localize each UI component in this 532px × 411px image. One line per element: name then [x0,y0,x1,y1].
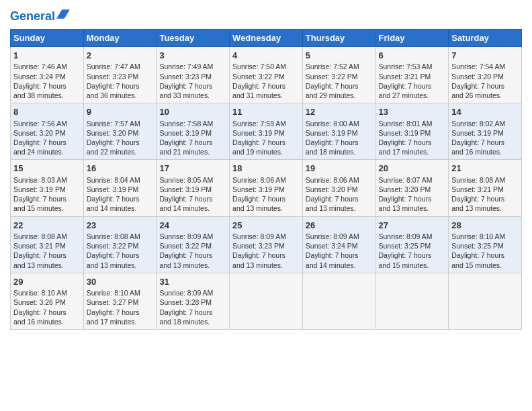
day-info: Sunrise: 7:57 AM [87,119,154,128]
day-info: Sunrise: 8:09 AM [379,232,446,241]
day-info: Sunset: 3:23 PM [232,241,300,250]
day-info: and 18 minutes. [159,317,226,326]
day-cell: 30Sunrise: 8:10 AMSunset: 3:27 PMDayligh… [83,273,157,329]
day-info: Daylight: 7 hours [159,138,226,147]
col-header-friday: Friday [375,29,449,46]
day-cell: 4Sunrise: 7:50 AMSunset: 3:22 PMDaylight… [230,46,303,103]
day-cell: 8Sunrise: 7:56 AMSunset: 3:20 PMDaylight… [11,103,84,160]
day-info: Sunrise: 7:52 AM [306,62,373,71]
day-number: 28 [451,220,519,232]
day-info: Sunset: 3:24 PM [306,241,373,250]
day-info: Sunset: 3:26 PM [13,298,81,307]
day-info: and 13 minutes. [379,203,446,213]
day-info: Daylight: 7 hours [306,81,373,91]
logo-icon [56,9,70,19]
day-info: Sunrise: 8:08 AM [13,232,81,241]
day-info: Sunrise: 8:08 AM [87,232,154,241]
day-info: and 13 minutes. [13,261,81,270]
day-info: Daylight: 7 hours [451,194,519,203]
week-row-2: 8Sunrise: 7:56 AMSunset: 3:20 PMDaylight… [11,103,522,160]
day-number: 20 [379,163,446,175]
day-number: 23 [87,220,154,232]
page: General SundayMondayTuesdayWednesdayThur… [0,0,532,411]
day-number: 25 [232,220,300,232]
day-info: Daylight: 7 hours [159,194,226,203]
day-info: Daylight: 7 hours [379,194,446,203]
day-info: and 31 minutes. [232,91,300,100]
day-number: 18 [232,163,300,175]
day-info: Sunrise: 8:06 AM [232,175,300,185]
day-info: Sunset: 3:25 PM [379,241,446,250]
day-number: 11 [232,106,300,118]
day-info: Sunset: 3:23 PM [159,72,226,81]
day-cell [375,273,449,329]
day-number: 7 [451,50,519,62]
day-info: Sunset: 3:22 PM [159,241,226,250]
day-cell: 26Sunrise: 8:09 AMSunset: 3:24 PMDayligh… [302,216,375,273]
day-info: Sunrise: 7:59 AM [232,119,300,128]
day-info: Daylight: 7 hours [13,81,81,91]
day-number: 31 [159,276,226,288]
day-info: Daylight: 7 hours [87,81,154,91]
day-info: Sunset: 3:25 PM [451,241,519,250]
day-info: Daylight: 7 hours [13,138,81,147]
day-info: and 21 minutes. [159,147,226,156]
day-info: Sunset: 3:19 PM [159,128,226,138]
day-number: 3 [159,50,226,62]
day-info: Daylight: 7 hours [379,250,446,260]
day-info: Sunrise: 7:54 AM [451,62,519,71]
day-info: and 33 minutes. [159,91,226,100]
day-cell: 29Sunrise: 8:10 AMSunset: 3:26 PMDayligh… [11,273,84,329]
day-info: and 13 minutes. [306,203,373,213]
day-info: Daylight: 7 hours [232,138,300,147]
day-cell: 19Sunrise: 8:06 AMSunset: 3:20 PMDayligh… [302,160,375,216]
day-number: 22 [13,220,81,232]
day-info: Sunrise: 8:06 AM [306,175,373,185]
day-number: 24 [159,220,226,232]
day-info: and 13 minutes. [232,261,300,270]
day-info: Daylight: 7 hours [159,81,226,91]
day-number: 12 [306,106,373,118]
day-cell: 25Sunrise: 8:09 AMSunset: 3:23 PMDayligh… [230,216,303,273]
header-row: SundayMondayTuesdayWednesdayThursdayFrid… [11,29,522,46]
day-number: 6 [379,50,446,62]
day-number: 14 [451,106,519,118]
logo-text: General [10,10,55,24]
day-info: and 14 minutes. [306,261,373,270]
day-number: 5 [306,50,373,62]
day-info: Sunset: 3:19 PM [451,128,519,138]
day-cell [302,273,375,329]
day-number: 19 [306,163,373,175]
day-number: 15 [13,163,81,175]
day-number: 13 [379,106,446,118]
week-row-1: 1Sunrise: 7:46 AMSunset: 3:24 PMDaylight… [11,46,522,103]
day-info: Sunrise: 8:10 AM [87,288,154,298]
day-info: Sunset: 3:20 PM [379,185,446,194]
day-info: Daylight: 7 hours [306,250,373,260]
day-cell [230,273,303,329]
day-cell: 10Sunrise: 7:58 AMSunset: 3:19 PMDayligh… [157,103,230,160]
day-info: Daylight: 7 hours [13,308,81,317]
day-cell: 1Sunrise: 7:46 AMSunset: 3:24 PMDaylight… [11,46,84,103]
day-info: Sunrise: 7:49 AM [159,62,226,71]
day-info: Sunrise: 7:58 AM [159,119,226,128]
day-info: Sunrise: 8:04 AM [87,175,154,185]
day-info: Sunset: 3:19 PM [87,185,154,194]
day-info: and 26 minutes. [451,91,519,100]
day-info: Sunset: 3:23 PM [87,72,154,81]
day-info: Sunrise: 8:00 AM [306,119,373,128]
logo-general: General [10,9,55,23]
day-info: and 29 minutes. [306,91,373,100]
day-info: and 36 minutes. [87,91,154,100]
day-info: Daylight: 7 hours [232,81,300,91]
day-cell: 13Sunrise: 8:01 AMSunset: 3:19 PMDayligh… [375,103,449,160]
day-number: 8 [13,106,81,118]
day-info: Sunrise: 8:10 AM [13,288,81,298]
day-info: Sunrise: 8:05 AM [159,175,226,185]
day-info: and 19 minutes. [232,147,300,156]
day-info: Daylight: 7 hours [379,81,446,91]
day-number: 4 [232,50,300,62]
day-info: Sunset: 3:22 PM [87,241,154,250]
svg-marker-0 [56,9,70,18]
day-info: Sunset: 3:28 PM [159,298,226,307]
